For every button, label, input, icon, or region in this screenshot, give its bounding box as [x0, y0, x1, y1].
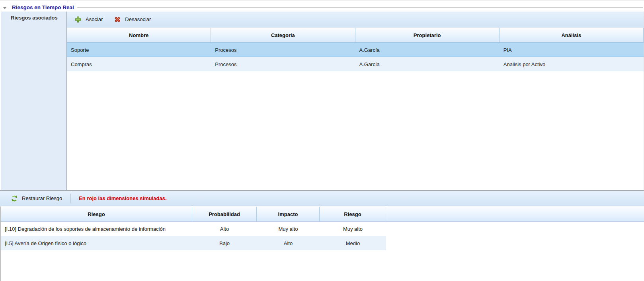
table-row[interactable]: [I.10] Degradación de los soportes de al…: [1, 222, 386, 236]
table-cell: [I.5] Avería de Origen físico o lógico: [1, 236, 192, 250]
table-cell: Bajo: [192, 236, 257, 250]
column-header[interactable]: Riesgo: [320, 207, 386, 221]
table-cell: Soporte: [67, 43, 211, 57]
table-body: [I.10] Degradación de los soportes de al…: [1, 222, 644, 281]
simulated-dimensions-notice: En rojo las dimensiones simuladas.: [79, 195, 166, 201]
table-cell: Analisis por Activo: [500, 57, 644, 71]
restaurar-riesgo-button[interactable]: Restaurar Riesgo: [8, 194, 65, 203]
table-body: SoporteProcesosA.GarcíaPIAComprasProceso…: [67, 43, 644, 190]
column-header[interactable]: Riesgo: [1, 207, 192, 221]
top-divider-tick: [68, 0, 68, 3]
table-cell: Procesos: [211, 43, 355, 57]
column-header[interactable]: Categoría: [211, 28, 355, 42]
desasociar-button[interactable]: Desasociar: [111, 15, 154, 24]
associated-risks-table: NombreCategoríaPropietarioAnálisis Sopor…: [67, 28, 644, 190]
plus-icon: [74, 16, 82, 23]
column-header[interactable]: Impacto: [257, 207, 320, 221]
risk-toolbar: Restaurar Riesgo En rojo las dimensiones…: [0, 191, 644, 206]
asociar-label: Asociar: [86, 16, 103, 22]
table-row[interactable]: SoporteProcesosA.GarcíaPIA: [67, 43, 644, 57]
table-cell: Muy alto: [320, 222, 386, 236]
table-cell: Muy alto: [257, 222, 320, 236]
desasociar-label: Desasociar: [125, 16, 151, 22]
riesgos-panel: Riesgos en Tiempo Real Riesgos asociados…: [0, 0, 644, 281]
table-cell: Alto: [192, 222, 257, 236]
associated-risks-panel: Asociar Desasociar NombreCategoríaPropie…: [66, 12, 644, 190]
toolbar-separator: [70, 194, 71, 203]
refresh-icon: [11, 195, 18, 202]
table-cell: Compras: [67, 57, 211, 71]
table-header-row: NombreCategoríaPropietarioAnálisis: [67, 28, 644, 43]
column-header[interactable]: Probabilidad: [192, 207, 257, 221]
restaurar-label: Restaurar Riesgo: [22, 195, 62, 201]
assoc-toolbar: Asociar Desasociar: [67, 12, 644, 28]
table-row[interactable]: ComprasProcesosA.GarcíaAnalisis por Acti…: [67, 57, 644, 71]
table-cell: Medio: [320, 236, 386, 250]
fieldset-legend: Riesgos en Tiempo Real: [0, 3, 644, 12]
associated-risks-region: Riesgos asociados Asociar Desasociar: [0, 12, 644, 191]
legend-rule: [77, 7, 643, 8]
column-header[interactable]: Análisis: [500, 28, 644, 42]
top-strip: [0, 0, 644, 3]
table-header-row: RiesgoProbabilidadImpactoRiesgo: [1, 206, 644, 222]
table-cell: Procesos: [211, 57, 355, 71]
table-row[interactable]: [I.5] Avería de Origen físico o lógicoBa…: [1, 236, 386, 250]
asociar-button[interactable]: Asociar: [72, 15, 105, 24]
column-header[interactable]: Propietario: [355, 28, 500, 42]
table-cell: PIA: [500, 43, 644, 57]
table-cell: A.García: [355, 43, 500, 57]
column-header[interactable]: Nombre: [67, 28, 211, 42]
panel-title[interactable]: Riesgos en Tiempo Real: [12, 4, 74, 10]
column-header-filler: [386, 207, 644, 221]
cross-icon: [114, 16, 121, 23]
chevron-down-icon[interactable]: [3, 7, 7, 9]
table-cell: [I.10] Degradación de los soportes de al…: [1, 222, 192, 236]
realtime-risks-table: RiesgoProbabilidadImpactoRiesgo [I.10] D…: [0, 206, 644, 281]
sidebar: Riesgos asociados: [1, 12, 66, 190]
sidebar-label: Riesgos asociados: [11, 15, 58, 21]
table-cell: Alto: [257, 236, 320, 250]
table-cell: A.García: [355, 57, 500, 71]
